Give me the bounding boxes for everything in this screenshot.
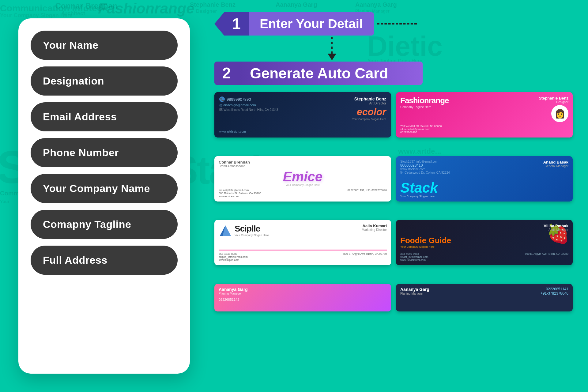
- company-tagline-field[interactable]: Comapny Tagline: [31, 210, 178, 239]
- right-content: 1 Enter Your Detail: [190, 0, 588, 392]
- foodie-address: 890 E. Argyle Ave Tustin, CA 92780: [525, 252, 568, 262]
- fashion-address: 783 Windfall St. Sewell, NJ 08080: [400, 125, 568, 128]
- card-emice: Connar Brennan Brand Ambassador Emice Yo…: [214, 156, 391, 202]
- ecolor-brand: ecolor: [352, 106, 386, 118]
- step-1-label-box: Enter Your Detail: [249, 12, 374, 36]
- ecolor-phone: 98999907890: [227, 97, 251, 102]
- email-label: Email Address: [43, 111, 117, 123]
- sciplle-email: sciplle_info@email.com: [219, 255, 248, 258]
- fashion-tagline: Company Tagline Here: [400, 105, 449, 109]
- sciplle-website: www.Sciplle.com: [219, 258, 248, 262]
- card-ecolor: 📞 98999907890 @ artdesign@email.com 55 W…: [214, 92, 391, 138]
- stack-name: Anand Basak: [543, 160, 568, 164]
- emice-name: Connar Brennan: [219, 160, 250, 164]
- step-2-number: 2: [222, 64, 231, 82]
- fashion-name: Stephanie Benz: [539, 96, 568, 100]
- foodie-phone: 353-4646-8983: [400, 252, 428, 255]
- emice-tagline: Your Company Slogan Here: [219, 183, 387, 187]
- sciplle-logo-icon: [219, 224, 232, 237]
- step-1-number: 1: [232, 15, 241, 33]
- step-2-row: 2 Generate Auto Card: [214, 62, 573, 85]
- stack-title: General Manager: [543, 164, 568, 168]
- sciplle-name: Aalia Kumari: [362, 224, 387, 228]
- card-aananya2: Aananya Garg Planing Manager 02226851141…: [396, 284, 573, 311]
- step-1-number-box: 1: [224, 12, 249, 36]
- ecolor-name: Stephanie Benz: [352, 96, 386, 101]
- full-address-field[interactable]: Full Address: [31, 246, 178, 275]
- company-name-field[interactable]: Your Company Name: [31, 174, 178, 203]
- sciplle-brand: Sciplle: [235, 224, 269, 234]
- step-1-label: Enter Your Detail: [260, 17, 363, 31]
- aananya1-phone: 02226851142: [219, 298, 387, 301]
- company-tagline-label: Comapny Tagline: [43, 218, 131, 230]
- emice-phone: 02226851191, +91-3782378646: [348, 189, 387, 198]
- email-field[interactable]: Email Address: [31, 102, 178, 131]
- emice-email: emice@234@email.com: [219, 189, 261, 192]
- stack-website: www.stockinc.com: [400, 168, 450, 171]
- stack-tagline: Your Company Slogan Here: [400, 195, 568, 198]
- designation-label: Designation: [43, 75, 104, 87]
- fashion-phone: 00225206986: [400, 131, 568, 134]
- step-1-row: 1 Enter Your Detail: [214, 12, 573, 36]
- foodie-title: Audit Manager: [544, 228, 568, 232]
- step-connector-h: [377, 23, 417, 24]
- stack-brand: Stack: [400, 181, 568, 195]
- step-1-arrow-left: [214, 12, 224, 36]
- step-2-number-box: 2: [214, 62, 239, 85]
- full-address-label: Full Address: [43, 254, 107, 266]
- sciplle-address: 890 E. Argyle Ave Tustin, CA 92780: [343, 252, 387, 262]
- card-sciplle: Sciplle Your Company Slogan Here Aalia K…: [214, 220, 391, 265]
- ecolor-title: Art Director: [352, 101, 386, 105]
- foodie-email: stract_info@email.com: [400, 255, 428, 258]
- ecolor-email: artdesign@email.com: [223, 103, 256, 107]
- fashion-title: Designer: [539, 100, 568, 104]
- stack-phone: 80660023410: [400, 163, 450, 168]
- company-name-label: Your Company Name: [43, 183, 150, 194]
- cards-grid: 📞 98999907890 @ artdesign@email.com 55 W…: [214, 92, 573, 325]
- steps-area: 1 Enter Your Detail: [214, 12, 573, 85]
- foodie-tagline: Your Company Slogan Here: [400, 245, 568, 248]
- aananya2-phone2: +91-3782378646: [541, 291, 568, 296]
- foodie-website: www.Strackinfol.com: [400, 258, 428, 262]
- step-connector-v: [214, 37, 573, 60]
- aananya1-name: Aananya Garg: [219, 287, 387, 292]
- step-2-label: Generate Auto Card: [250, 65, 388, 82]
- ecolor-tagline: Your Company Slogan Here: [352, 118, 386, 121]
- emice-brand: Emice: [219, 170, 387, 183]
- step-2-label-box: Generate Auto Card: [239, 62, 423, 85]
- card-stack: Stock1837_info@email.com 80660023410 www…: [396, 156, 573, 202]
- card-fashionrange: Fashionrange Company Tagline Here Stepha…: [396, 92, 573, 138]
- foodie-name: Vilina Pathak: [544, 224, 568, 228]
- aananya1-title: Planing Manager: [219, 292, 387, 295]
- phone-field[interactable]: Phone Number: [31, 138, 178, 167]
- left-panel: Your Name Designation Email Address Phon…: [18, 18, 190, 374]
- foodie-brand: Foodie Guide: [400, 236, 568, 245]
- card-foodie: 🍓 Vilina Pathak Audit Manager Foodie Gui…: [396, 220, 573, 265]
- sciplle-title: Marketing Director: [362, 228, 387, 232]
- your-name-label: Your Name: [43, 39, 98, 51]
- sciplle-phone: 353-4646-8983: [219, 252, 248, 255]
- fashion-brand: Fashionrange: [400, 96, 449, 105]
- aananya2-name: Aananya Garg: [400, 287, 429, 292]
- ecolor-address: 55 West Illinois Road North Hills, CA 91…: [219, 108, 278, 111]
- card-aananya1: Aananya Garg Planing Manager 02226851142: [214, 284, 391, 311]
- aananya2-phone1: 02226851141: [541, 287, 568, 291]
- phone-label: Phone Number: [43, 147, 119, 158]
- ecolor-website: www.artdesign.com: [219, 128, 386, 133]
- emice-website: www.emice.com: [219, 195, 261, 198]
- stack-address: 54 Cedarwood Dr. Colton, CA 92324: [400, 171, 450, 174]
- fashion-email: vilinapathak@email.com: [400, 128, 568, 131]
- designation-field[interactable]: Designation: [31, 66, 178, 96]
- emice-address: 688 Roberts St. Salinas, CA 93906: [219, 192, 261, 195]
- sciplle-tagline: Your Company Slogan Here: [235, 234, 269, 237]
- stack-email: Stock1837_info@email.com: [400, 160, 450, 163]
- your-name-field[interactable]: Your Name: [31, 31, 178, 60]
- aananya2-title: Planing Manager: [400, 292, 429, 295]
- main-container: Your Name Designation Email Address Phon…: [0, 0, 588, 392]
- emice-title: Brand Ambassador: [219, 164, 250, 168]
